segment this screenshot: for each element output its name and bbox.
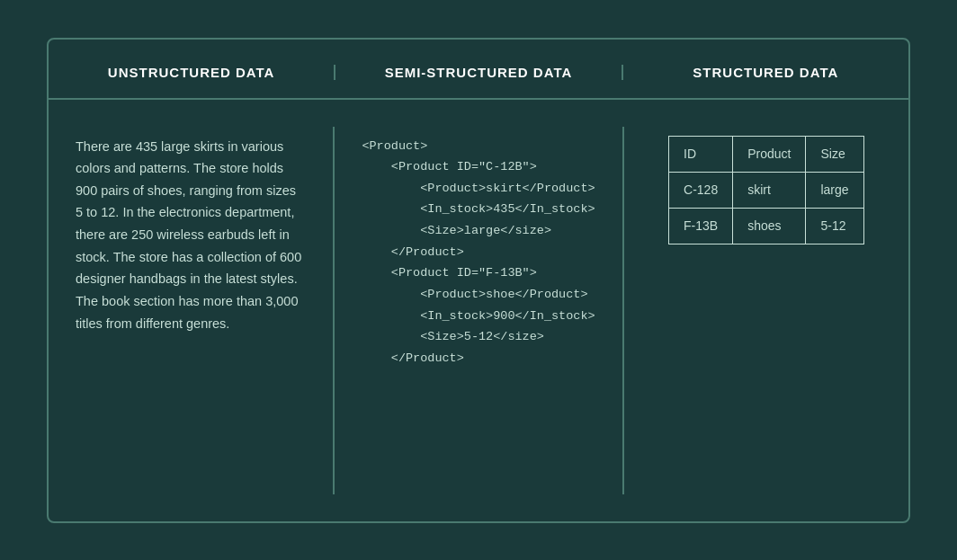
table-row: C-128 skirt large [669, 172, 864, 208]
row2-product: shoes [733, 208, 806, 244]
col-id-header: ID [669, 136, 733, 172]
table-body: ID Product Size C-128 skirt large F-13B … [669, 136, 864, 244]
row1-id: C-128 [669, 172, 733, 208]
header-unstructured: UNSTRUCTURED DATA [49, 65, 335, 80]
table-row: F-13B shoes 5-12 [669, 208, 864, 244]
col-size-header: Size [806, 136, 863, 172]
semi-structured-cell: <Product> <Product ID="C-12B"> <Product>… [335, 127, 623, 494]
structured-table: ID Product Size C-128 skirt large F-13B … [668, 136, 864, 244]
semi-structured-code: <Product> <Product ID="C-12B"> <Product>… [362, 136, 595, 369]
header-structured: STRUCTURED DATA [623, 65, 908, 80]
row2-id: F-13B [669, 208, 733, 244]
row1-product: skirt [733, 172, 806, 208]
header-row: UNSTRUCTURED DATA SEMI-STRUCTURED DATA S… [49, 40, 908, 100]
row2-size: 5-12 [806, 208, 863, 244]
main-container: UNSTRUCTURED DATA SEMI-STRUCTURED DATA S… [47, 38, 910, 523]
header-semi-structured: SEMI-STRUCTURED DATA [335, 65, 622, 80]
unstructured-text: There are 435 large skirts in various co… [76, 136, 306, 335]
structured-cell: ID Product Size C-128 skirt large F-13B … [624, 127, 908, 494]
content-row: There are 435 large skirts in various co… [49, 100, 908, 521]
row1-size: large [806, 172, 863, 208]
col-product-header: Product [733, 136, 806, 172]
table-header-row: ID Product Size [669, 136, 864, 172]
unstructured-cell: There are 435 large skirts in various co… [49, 127, 335, 494]
